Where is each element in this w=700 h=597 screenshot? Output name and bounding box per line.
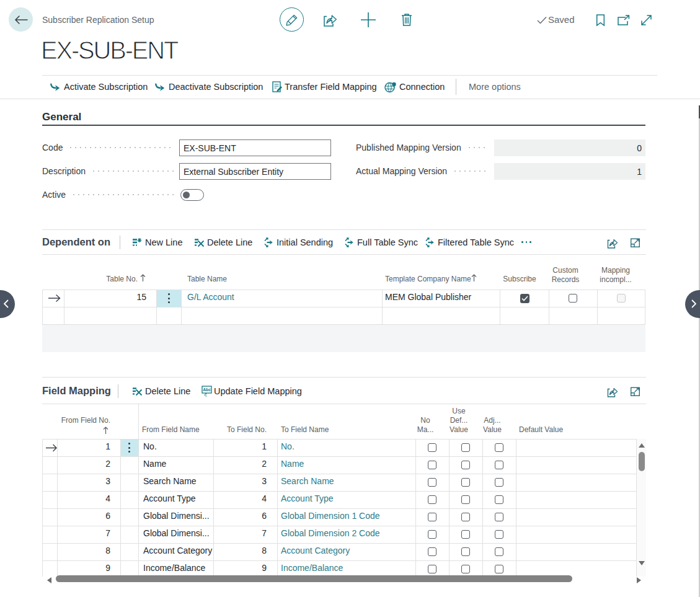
svg-text:Abc: Abc [203,387,211,392]
